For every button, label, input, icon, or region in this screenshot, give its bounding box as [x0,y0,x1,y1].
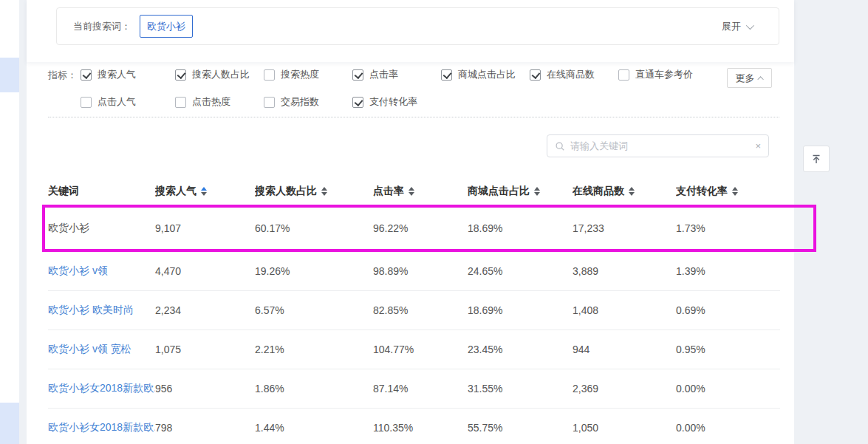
current-search-term-label: 当前搜索词： [73,20,131,33]
sort-icon[interactable] [321,187,327,196]
value-cell: 82.85% [373,304,468,316]
keyword-table: 关键词 搜索人气 搜索人数占比 [48,177,780,444]
metric-label: 在线商品数 [547,68,595,81]
checkbox-icon[interactable] [264,97,275,108]
value-cell: 1,050 [573,422,676,434]
keyword-cell[interactable]: 欧货小衫 v领 [48,264,108,276]
sort-icon[interactable] [409,187,414,196]
value-cell: 1,075 [155,344,255,355]
value-cell: 31.55% [468,383,573,395]
metric-label: 交易指数 [281,95,319,109]
metric-checkbox-dianjirenqi[interactable]: 点击人气 [81,95,175,109]
sort-icon[interactable] [201,187,207,196]
keyword-cell[interactable]: 欧货小衫女2018新款欧... [48,421,155,433]
value-cell: 1.86% [255,383,373,395]
value-cell: 944 [573,344,676,355]
metric-checkbox-sousuoredu[interactable]: 搜索热度 [264,68,352,81]
metrics-section-label: 指标： [48,68,81,109]
metric-label: 支付转化率 [369,95,417,109]
metric-checkbox-sousuorenshuzhanbi[interactable]: 搜索人数占比 [175,68,264,81]
value-cell: 0.00% [676,383,780,395]
sort-icon[interactable] [732,187,738,196]
sort-up-triangle [732,187,738,191]
metric-checkbox-dianjilv[interactable]: 点击率 [352,68,441,81]
value-cell: 3,889 [573,265,676,277]
sort-up-triangle [321,187,327,191]
value-cell: 0.95% [676,344,780,355]
metric-label: 搜索热度 [281,68,319,81]
metric-label: 直通车参考价 [635,68,693,81]
query-bar-section: 当前搜索词： 欧货小衫 展开 [27,0,794,62]
metric-checkbox-shangchengdianjizhanbi[interactable]: 商城点击占比 [441,68,530,81]
value-cell: 18.69% [468,222,573,234]
metric-checkbox-dianjiredu[interactable]: 点击热度 [175,95,264,109]
table-header-row: 关键词 搜索人气 搜索人数占比 [48,177,780,205]
sort-icon[interactable] [534,187,540,196]
chevron-down-icon [746,21,754,29]
search-term-chip[interactable]: 欧货小衫 [140,15,193,38]
clear-search-icon[interactable]: × [755,141,761,151]
value-cell: 96.22% [373,222,468,234]
metric-checkbox-jiaoyizhishu[interactable]: 交易指数 [264,95,352,109]
value-cell: 17,233 [573,222,676,234]
checkbox-icon[interactable] [175,69,186,81]
checkbox-icon[interactable] [530,69,541,81]
sort-down-triangle [629,192,635,196]
left-rail [0,0,19,444]
value-cell: 23.45% [468,344,573,355]
value-cell: 1.73% [676,222,780,234]
column-label: 搜索人气 [155,185,197,198]
metric-checkbox-sousuorenqi[interactable]: 搜索人气 [81,68,175,81]
table-row: 欧货小衫女2018新款欧... 798 1.44% 110.35% 55.75%… [48,409,780,444]
value-cell: 104.77% [373,344,468,355]
keyword-cell[interactable]: 欧货小衫 [48,222,89,233]
checkbox-icon[interactable] [264,69,275,81]
value-cell: 6.57% [255,304,373,316]
value-cell: 2,234 [155,304,255,316]
value-cell: 1,408 [573,304,676,316]
sort-down-triangle [321,192,327,196]
sort-down-triangle [732,192,738,196]
value-cell: 24.65% [468,265,573,277]
value-cell: 0.69% [676,304,780,316]
metric-checkbox-zhifuzhuanhualv[interactable]: 支付转化率 [352,95,441,109]
value-cell: 98.89% [373,265,468,277]
expand-label: 展开 [722,20,741,33]
metric-label: 点击人气 [98,95,136,109]
value-cell: 18.69% [468,304,573,316]
checkbox-icon[interactable] [441,69,452,81]
metric-label: 搜索人数占比 [192,68,250,81]
sort-icon[interactable] [629,187,635,196]
table-row: 欧货小衫 欧美时尚 2,234 6.57% 82.85% 18.69% 1,40… [48,291,780,330]
metric-checkbox-zaixianshangpinshu[interactable]: 在线商品数 [530,68,618,81]
metric-label: 商城点击占比 [458,68,516,81]
metric-checkbox-zhitongchecankaojia[interactable]: 直通车参考价 [618,68,713,81]
keyword-search-input[interactable] [570,140,750,151]
back-to-top-button[interactable] [803,146,830,172]
value-cell: 2.21% [255,344,373,355]
more-metrics-button[interactable]: 更多 [727,68,772,88]
keyword-cell[interactable]: 欧货小衫女2018新款欧... [48,382,155,394]
metrics-section: 指标： 搜索人气 搜索人数占比 搜索热度 点击率 商城点击占比 [48,68,713,109]
left-rail-highlight-top [0,58,19,92]
expand-toggle[interactable]: 展开 [722,20,752,33]
arrow-up-to-line-icon [810,152,823,165]
checkbox-icon[interactable] [175,97,186,108]
checkbox-icon[interactable] [81,69,92,81]
value-cell: 55.75% [468,422,573,434]
more-label: 更多 [736,72,755,85]
column-label: 点击率 [373,185,404,198]
chevron-up-icon [757,76,763,82]
search-icon [555,141,565,151]
checkbox-icon[interactable] [352,69,363,81]
value-cell: 19.26% [255,265,373,277]
metric-label: 点击热度 [192,95,230,109]
value-cell: 110.35% [373,422,468,434]
checkbox-icon[interactable] [352,97,363,108]
metric-label: 点击率 [369,68,398,81]
keyword-cell[interactable]: 欧货小衫 v领 宽松 [48,343,131,355]
checkbox-icon[interactable] [618,69,629,81]
checkbox-icon[interactable] [81,97,92,108]
main-panel: 当前搜索词： 欧货小衫 展开 指标： 搜索人气 搜索人数占比 搜索热度 [27,0,794,444]
keyword-cell[interactable]: 欧货小衫 欧美时尚 [48,304,134,315]
